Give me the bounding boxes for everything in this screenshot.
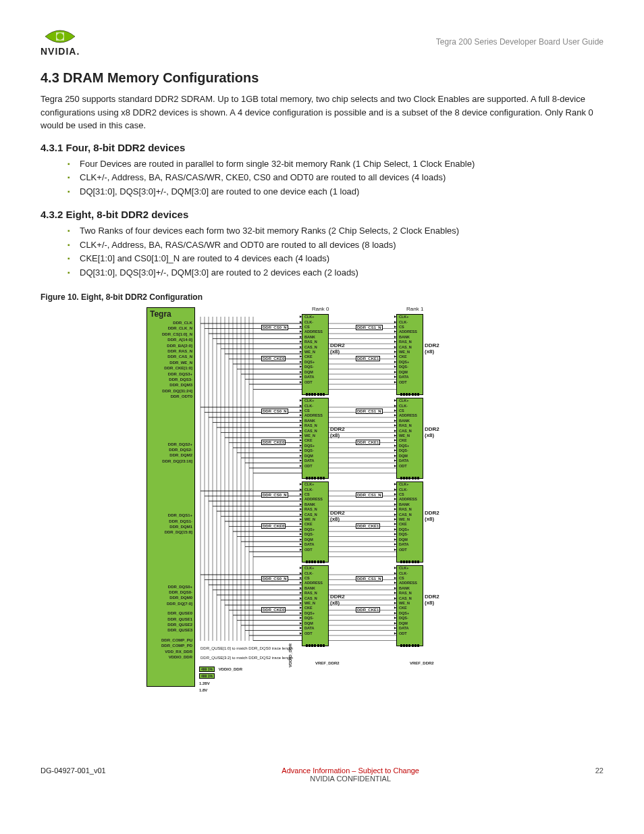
chip-pin: DQS+ — [397, 360, 423, 365]
ddr2-chip: CLK+CLK-CSADDRESSBANKRAS_NCAS_NWE_NCKEDQ… — [396, 481, 423, 563]
tegra-pin: DDR_COMP_PU — [147, 637, 194, 643]
sig-cs1: DDR_CS1_N — [356, 325, 383, 330]
ddr2-chip: CLK+CLK-CSADDRESSBANKRAS_NCAS_NWE_NCKEDQ… — [396, 314, 423, 395]
chip-pin: DATA — [397, 626, 423, 631]
tegra-pin: DDR_QUSE3 — [147, 627, 194, 633]
tegra-pin: DDR_DQM1 — [147, 524, 194, 529]
chip-pin: CAS_N — [397, 596, 423, 601]
chip-pin: ADDRESS — [302, 497, 328, 502]
tegra-block: Tegra DDR_CLKDDR_CLK_NDDR_CS[1:0]_NDDR_A… — [146, 307, 195, 687]
chip-pin: CAS_N — [302, 429, 328, 434]
list-item: CLK+/-, Address, BA, RAS/CAS/WR, CKE0, C… — [68, 171, 603, 185]
sig-cs0: DDR_CS0_N — [261, 576, 288, 581]
section-para: Tegra 250 supports standard DDR2 SDRAM. … — [41, 93, 603, 132]
chip-pin: DATA — [302, 542, 328, 547]
ddr2-diagram: Rank 0 Rank 1 Tegra DDR_CLKDDR_CLK_NDDR_… — [146, 307, 498, 726]
tegra-pin: DDR_BA[2:0] — [147, 343, 194, 348]
tegra-pin: DDR_DQ[15:8] — [147, 529, 194, 535]
chip-pin: RAS_N — [302, 423, 328, 428]
chip-pin: CAS_N — [302, 345, 328, 350]
tegra-pin: DDR_DQ[31:24] — [147, 388, 194, 394]
chip-pin: CKE — [302, 355, 328, 359]
list-item: CKE[1:0] and CS0[1:0]_N are routed to 4 … — [68, 252, 603, 266]
chip-pin: DATA — [397, 375, 423, 380]
tegra-pin: DDR_A[14:0] — [147, 337, 194, 342]
list-item: Two Ranks of four devices each form two … — [68, 224, 603, 238]
chip-pin: RAS_N — [302, 507, 328, 512]
chip-pin: DQM — [302, 370, 328, 375]
tegra-pin: DDR_CLK — [147, 320, 194, 325]
chip-pin: CAS_N — [397, 345, 423, 350]
tegra-pin: DDR_DQS0+ — [147, 584, 194, 590]
chip-pin: DQS+ — [302, 611, 328, 616]
chip-pin: BANK — [302, 502, 328, 507]
sig-cs0: DDR_CS0_N — [261, 492, 288, 498]
chip-pin: WE_N — [397, 434, 423, 438]
chip-pin: DQS- — [397, 532, 423, 537]
chip-pin: CS — [302, 576, 328, 581]
v128: 1.28V — [199, 681, 210, 685]
sig-cs0: DDR_CS0_N — [261, 325, 288, 330]
chip-pin: CS — [397, 409, 423, 413]
tegra-pin: DDR_DQM3 — [147, 382, 194, 388]
sub2-title: 4.3.2 Eight, 8-bit DDR2 devices — [41, 209, 603, 220]
rank0-label: Rank 0 — [312, 306, 329, 312]
chip-pin: DQS- — [397, 616, 423, 621]
vddio-label: VDDIO_DDR — [219, 667, 242, 671]
list-item: DQ[31:0], DQS[3:0]+/-, DQM[3:0] are rout… — [68, 185, 603, 199]
tegra-pin: DDR_CAS_N — [147, 354, 194, 359]
tegra-title: Tegra — [147, 308, 194, 320]
list-item: Four Devices are routed in parallel to f… — [68, 157, 603, 172]
chip-pin: ODT — [397, 631, 423, 636]
chip-pin: CLK- — [302, 404, 328, 409]
chip-pin: CAS_N — [302, 596, 328, 601]
tegra-pin: DDR_QUSE1 — [147, 617, 194, 622]
tegra-pin: DDR_DQ[23:16] — [147, 459, 194, 464]
chip-pin: CS — [397, 576, 423, 581]
tegra-pin: DDR_QUSE2 — [147, 622, 194, 627]
chip-pin: CLK- — [397, 404, 423, 409]
footer-confidential: NVIDIA CONFIDENTIAL — [310, 775, 391, 783]
chip-pin: DATA — [397, 542, 423, 547]
chip-pin: WE_N — [302, 350, 328, 355]
chip-pin: DQS+ — [397, 527, 423, 532]
sig-cke0: DDR_CKE0 — [261, 440, 286, 445]
tegra-pin: DDR_DQ[7:0] — [147, 601, 194, 606]
chip-pin: BANK — [397, 586, 423, 591]
chip-pin: WE_N — [397, 517, 423, 522]
chip-pin: RAS_N — [302, 340, 328, 344]
resistor: 499 1% — [199, 667, 215, 672]
chip-pin: WE_N — [302, 434, 328, 438]
chip-pin: DQM — [302, 621, 328, 626]
sig-cs1: DDR_CS1_N — [356, 492, 383, 498]
chip-pin: CLK+ — [302, 398, 328, 403]
vref-label: VREF_DDR2 — [315, 661, 340, 665]
chip-pin: BANK — [302, 419, 328, 423]
sig-cs1: DDR_CS1_N — [356, 409, 383, 414]
chip-pin: CKE — [397, 522, 423, 527]
chip-pin: ODT — [397, 380, 423, 385]
chip-pin: DATA — [302, 626, 328, 631]
doc-title: Tegra 200 Series Developer Board User Gu… — [436, 37, 603, 47]
chip-pin: RAS_N — [397, 340, 423, 344]
chip-pin: DQS+ — [302, 444, 328, 448]
tegra-pin: VDDIO_DDR — [147, 654, 194, 660]
tegra-pin: DDR_COMP_PD — [147, 643, 194, 648]
logo-text: NVIDIA. — [41, 46, 80, 57]
chip-pin: BANK — [397, 502, 423, 507]
tegra-pin: DDR_DQM2 — [147, 452, 194, 458]
chip-pin: DQS- — [302, 616, 328, 621]
rank1-label: Rank 1 — [406, 306, 423, 312]
sig-cke1: DDR_CKE1 — [356, 440, 380, 445]
chip-pin: CKE — [302, 606, 328, 610]
tegra-pin: VDD_RX_DDR — [147, 649, 194, 654]
chip-pin: CLK+ — [397, 315, 423, 319]
chip-pin: RAS_N — [397, 507, 423, 512]
ddr2-chip: CLK+CLK-CSADDRESSBANKRAS_NCAS_NWE_NCKEDQ… — [396, 398, 423, 479]
chip-pin: DQM — [397, 538, 423, 542]
nvidia-logo: NVIDIA. — [41, 27, 80, 57]
chip-pin: CLK- — [397, 571, 423, 576]
chip-pin: CS — [302, 409, 328, 413]
chip-label: DDR2(x8) — [425, 594, 445, 606]
chip-pin: CLK- — [302, 571, 328, 576]
